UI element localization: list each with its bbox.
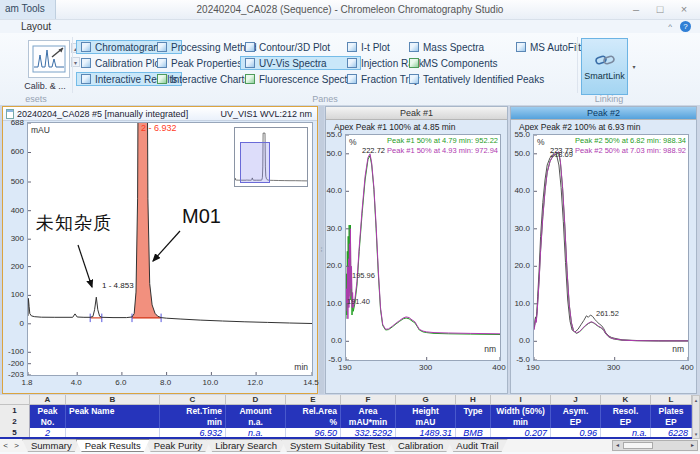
header-unit-cell[interactable]: EP [551, 417, 601, 428]
row-number-cell[interactable]: 1 [0, 405, 30, 417]
data-cell[interactable]: 1489.31 [396, 428, 456, 437]
column-letter-C[interactable]: C [160, 395, 226, 405]
help-icon[interactable]: ? [680, 21, 691, 32]
peak2-plot[interactable]: % Peak #2 50% at 6.82 min: 988.34 223.73… [533, 134, 689, 361]
data-cell[interactable]: 96.50 [286, 428, 341, 437]
data-cell[interactable]: n.a. [226, 428, 286, 437]
data-cell[interactable]: 0.207 [491, 428, 551, 437]
row-number-cell[interactable]: 5 [0, 428, 30, 437]
header-cell[interactable]: Ret.Time [160, 405, 226, 417]
sheet-tab-library-search[interactable]: Library Search [206, 439, 286, 452]
header-unit-cell[interactable]: % [286, 417, 341, 428]
header-cell[interactable]: Width (50%) [491, 405, 551, 417]
data-cell[interactable]: 0.96 [551, 428, 601, 437]
header-cell[interactable]: Area [341, 405, 396, 417]
column-letter-L[interactable]: L [651, 395, 692, 405]
table-row: 526.932n.a.96.50332.52921489.31BMB0.2070… [0, 428, 692, 439]
header-unit-cell[interactable]: mAU [396, 417, 456, 428]
scroll-left-icon[interactable]: ◂ [613, 441, 622, 450]
scroll-down-icon[interactable]: ▾ [693, 430, 699, 438]
spectrum-series-green [346, 156, 500, 335]
collapse-ribbon-icon[interactable]: ^ [668, 22, 672, 31]
peak1-pane-title[interactable]: Peak #1 [326, 107, 507, 120]
y-tick-label: 0.0 [331, 336, 342, 345]
scroll-right-icon[interactable]: ▸ [688, 441, 697, 450]
header-cell[interactable]: Resol. [601, 405, 651, 417]
minimize-icon[interactable]: – [624, 1, 648, 18]
smartlink-button[interactable]: SmartLink [581, 38, 628, 95]
scrollbar-thumb[interactable] [623, 442, 653, 449]
sheet-tab-peak-results[interactable]: Peak Results [76, 439, 150, 452]
header-unit-cell[interactable]: EP [601, 417, 651, 428]
column-letter-J[interactable]: J [551, 395, 601, 405]
sheet-tab-calibration[interactable]: Calibration [389, 439, 452, 452]
preset-label[interactable]: Calib. & ... [12, 81, 78, 91]
chromatogram-pane[interactable]: 20240204_CA028 #5 [manually integrated] … [2, 106, 318, 394]
data-cell[interactable]: n.a. [601, 428, 651, 437]
header-unit-cell[interactable]: min [160, 417, 226, 428]
contour-3d-plot-icon [245, 42, 255, 52]
data-cell[interactable]: BMB [456, 428, 491, 437]
chromatogram-plot[interactable]: mAU min 2 - 6.932 未知杂质 M01 1 - 4.853 [27, 122, 313, 376]
data-cell[interactable]: 6.932 [160, 428, 226, 437]
tab-layout[interactable]: Layout [12, 20, 60, 33]
restore-icon[interactable]: □ [648, 1, 672, 18]
program-tools-tab[interactable]: am Tools [0, 0, 56, 19]
column-letter-E[interactable]: E [286, 395, 341, 405]
zoom-region-rectangle[interactable] [240, 142, 270, 183]
header-unit-cell[interactable]: EP [651, 417, 692, 428]
ribbon-item-tentatively-identified-peaks[interactable]: Tentatively Identified Peaks [404, 72, 549, 86]
overview-inset[interactable] [234, 127, 308, 187]
peak-properties-icon [157, 58, 167, 68]
peak2-spectrum-pane[interactable]: Peak #2 Apex Peak #2 100% at 6.93 min 55… [510, 106, 697, 394]
header-unit-cell[interactable] [456, 417, 491, 428]
corner-cell[interactable] [0, 395, 30, 405]
sheet-tab-summary[interactable]: Summary [22, 439, 81, 452]
column-letter-B[interactable]: B [66, 395, 160, 405]
header-unit-cell[interactable]: mAU*min [341, 417, 396, 428]
header-cell[interactable]: Peak Name [66, 405, 160, 417]
y-tick-label: 55.0 [326, 130, 342, 139]
header-cell[interactable]: Type [456, 405, 491, 417]
data-cell[interactable]: 2 [30, 428, 66, 437]
peak2-pane-title[interactable]: Peak #2 [511, 107, 696, 120]
header-cell[interactable]: Plates [651, 405, 692, 417]
row-number-cell[interactable]: 2 [0, 417, 30, 428]
header-unit-cell[interactable] [66, 417, 160, 428]
column-letter-H[interactable]: H [456, 395, 491, 405]
ribbon-item-ms-components[interactable]: MS Components [404, 56, 549, 70]
close-icon[interactable]: × [672, 1, 696, 18]
sheet-tab-peak-purity[interactable]: Peak Purity [145, 439, 212, 452]
smartlink-dropdown-icon[interactable]: ▾ [629, 38, 639, 95]
data-cell[interactable]: 332.5292 [341, 428, 396, 437]
column-letter-G[interactable]: G [396, 395, 456, 405]
tab-scroll-right-icon[interactable]: > [11, 439, 22, 452]
y-tick-label: 55.0 [514, 130, 530, 139]
column-letter-A[interactable]: A [30, 395, 66, 405]
peak1-spectrum-pane[interactable]: Peak #1 Apex Peak #1 100% at 4.85 min 55… [325, 106, 508, 394]
column-letter-F[interactable]: F [341, 395, 396, 405]
header-unit-cell[interactable]: No. [30, 417, 66, 428]
x-tick-label: 190 [333, 363, 357, 372]
tab-scroll-left-icon[interactable]: < [0, 439, 11, 452]
header-unit-cell[interactable]: min [491, 417, 551, 428]
header-cell[interactable]: Asym. [551, 405, 601, 417]
header-cell[interactable]: Height [396, 405, 456, 417]
header-unit-cell[interactable]: n.a. [226, 417, 286, 428]
sheet-tab-audit-trail[interactable]: Audit Trail [447, 439, 507, 452]
column-letter-K[interactable]: K [601, 395, 651, 405]
sheet-tab-system-suitability-test[interactable]: System Suitability Test [281, 439, 394, 452]
header-cell[interactable]: Amount [226, 405, 286, 417]
header-cell[interactable]: Rel.Area [286, 405, 341, 417]
header-cell[interactable]: Peak [30, 405, 66, 417]
pane-splitter[interactable]: ⁞ [319, 106, 324, 394]
scroll-up-icon[interactable]: ▴ [693, 396, 699, 404]
column-letter-D[interactable]: D [226, 395, 286, 405]
table-vertical-scrollbar[interactable]: ▴ ▾ [692, 395, 700, 439]
preset-button[interactable] [28, 40, 70, 78]
peak1-plot[interactable]: % Peak #1 50% at 4.79 min: 952.22 222.72… [345, 134, 501, 361]
data-cell[interactable]: 6228 [651, 428, 692, 437]
data-cell[interactable] [66, 428, 160, 437]
column-letter-I[interactable]: I [491, 395, 551, 405]
horizontal-scrollbar[interactable]: ◂ ▸ [612, 440, 698, 451]
